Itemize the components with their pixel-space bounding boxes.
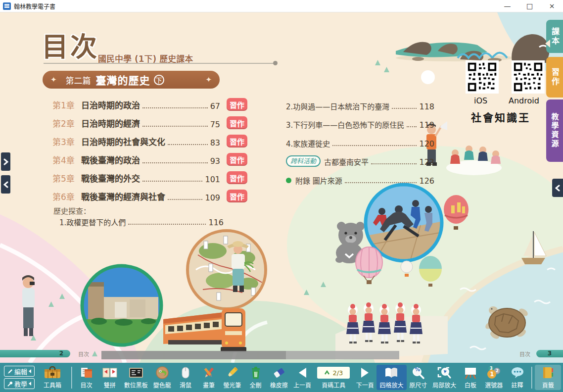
header-rule <box>44 63 274 64</box>
magnifier-percent-icon: % <box>412 366 424 380</box>
qr-code-ios <box>466 60 499 94</box>
toolbar-separator <box>71 367 72 389</box>
pen-icon <box>202 366 216 380</box>
left-panel-expand-button[interactable] <box>1 152 10 171</box>
delete-all-button[interactable]: 全刪 <box>244 365 267 390</box>
chevron-left-icon <box>29 382 31 386</box>
page-counter-box[interactable]: 2/3 <box>317 367 350 379</box>
qr-code-group <box>466 60 545 94</box>
page-scrollbar[interactable] <box>101 351 399 359</box>
caret-up-icon <box>324 370 330 375</box>
next-page-button[interactable]: 下一頁 <box>353 365 376 390</box>
prev-arrow-icon <box>297 366 308 380</box>
eraser-icon <box>272 366 286 380</box>
minimize-button[interactable]: — <box>496 0 518 12</box>
speech-bubble-icon <box>510 366 525 380</box>
app-window: 翰林教學電子書 — □ × <box>0 0 563 392</box>
eraser-button[interactable]: 橡皮擦 <box>267 365 290 390</box>
page-counter-value: 2/3 <box>332 369 343 377</box>
workbook-badge[interactable]: 習作 <box>227 153 247 166</box>
toc-item[interactable]: 4.家族遷徙史 120 <box>286 130 434 148</box>
bottom-toolbar: 編輯 教學 工具箱 目次 <box>0 363 563 392</box>
toc-chapter-3[interactable]: 第3章 日治時期的社會與文化 83 習作 <box>52 129 247 147</box>
tab-teaching-resources[interactable]: 教學資源 <box>546 99 563 162</box>
number-balls-icon: 3 2 1 <box>486 366 501 380</box>
page-title: 目次 <box>42 25 99 64</box>
toc-item[interactable]: 2.功與過——日本統治下的臺灣 118 <box>286 93 434 111</box>
toc-button[interactable]: 目次 <box>75 365 98 390</box>
workbook-badge[interactable]: 習作 <box>227 98 247 111</box>
mouse-button[interactable]: 滑鼠 <box>174 365 197 390</box>
qr-caption: 社會知識王 <box>471 109 530 124</box>
left-panel-collapse-button[interactable] <box>1 175 10 194</box>
digital-blackboard-button[interactable]: 數位黑板 <box>121 365 150 390</box>
right-panel-expand-button[interactable] <box>552 179 563 197</box>
whiteboard-button[interactable]: 白板 <box>459 365 482 390</box>
bullet-icon <box>286 178 291 183</box>
highlighter-icon <box>225 366 239 380</box>
app-logo-icon <box>3 2 11 10</box>
highlighter-button[interactable]: 螢光筆 <box>221 365 244 390</box>
toc-chapter-5[interactable]: 第5章 戰後臺灣的外交 101 習作 <box>52 166 247 184</box>
page-footer-label-right: 目次 <box>519 350 530 358</box>
dual-page-button[interactable]: 雙拼 <box>98 365 121 390</box>
toc-explore-item[interactable]: 1.政權更替下的人們 116 <box>59 214 224 227</box>
workbook-badge[interactable]: 習作 <box>227 116 247 129</box>
prev-page-button[interactable]: 上一頁 <box>290 365 314 390</box>
toolbox-icon <box>44 366 61 380</box>
toc-appendix[interactable]: 附錄 圖片來源 126 <box>286 167 434 186</box>
workbook-badge[interactable]: 習作 <box>227 135 247 147</box>
tabbed-folder-icon <box>541 366 555 380</box>
open-book-icon <box>384 366 399 380</box>
page-number-tool[interactable]: 2/3 頁碼工具 <box>314 365 353 390</box>
dual-page-icon <box>102 366 117 380</box>
diamond-icon: ✦ <box>205 75 212 84</box>
toc-chapter-2[interactable]: 第2章 日治時期的經濟 75 習作 <box>52 111 247 129</box>
chameleon-button[interactable]: 變色龍 <box>150 365 174 390</box>
mouse-icon <box>181 366 190 380</box>
workbook-badge[interactable]: 習作 <box>227 171 247 184</box>
edit-mode-button[interactable]: 編輯 <box>4 366 35 377</box>
percent-glyph: % <box>415 366 420 373</box>
whiteboard-icon <box>464 366 477 380</box>
toolbox-button[interactable]: 工具箱 <box>38 365 67 390</box>
toolbar-separator <box>531 367 532 389</box>
page-number-right: 3 <box>536 350 563 357</box>
pen-button[interactable]: 畫筆 <box>197 365 221 390</box>
toc-chapter-4[interactable]: 第4章 戰後臺灣的政治 93 習作 <box>52 147 247 166</box>
tab-textbook[interactable]: 課本 <box>546 20 563 53</box>
chameleon-icon <box>155 366 169 380</box>
toc-item[interactable]: 3.下行列車——白色恐怖下的原住民 119 <box>286 111 434 130</box>
window-title: 翰林教學電子書 <box>14 2 55 10</box>
diamond-icon: ✦ <box>50 75 57 84</box>
annotation-button[interactable]: 註釋 <box>506 365 529 390</box>
partial-zoom-button[interactable]: 局部放大 <box>430 365 459 390</box>
toc-right-column: 2.功與過——日本統治下的臺灣 118 3.下行列車——白色恐怖下的原住民 11… <box>286 93 434 186</box>
maximize-button[interactable]: □ <box>518 0 541 12</box>
original-size-button[interactable]: % 原尺寸 <box>407 365 430 390</box>
toc-icon <box>80 366 93 380</box>
toc-cross-activity[interactable]: 跨科活動 古都臺南安平 122 <box>286 148 434 167</box>
trash-icon <box>250 366 261 380</box>
region-magnifier-icon <box>437 366 451 380</box>
tab-workbook[interactable]: 習作 <box>546 57 563 98</box>
close-button[interactable]: × <box>541 0 563 12</box>
quad-zoom-button[interactable]: 四格放大 <box>376 365 406 390</box>
book-page-spread: 目次 國民中學 (1下) 歷史課本 ✦ 第二篇 臺灣的歷史 下 ✦ 第1章 日治… <box>0 12 563 363</box>
workbook-badge[interactable]: 習作 <box>227 190 247 202</box>
page-tab-button[interactable]: 頁籤 <box>535 365 561 390</box>
qr-label-ios: iOS <box>474 96 487 105</box>
qr-code-android <box>512 60 545 94</box>
toc-chapter-6[interactable]: 第6章 戰後臺灣的經濟與社會 109 習作 <box>52 184 247 202</box>
toc-chapter-1[interactable]: 第1章 日治時期的政治 67 習作 <box>52 93 247 111</box>
page-number-left: 2 <box>0 350 70 357</box>
cross-activity-badge: 跨科活動 <box>286 155 321 167</box>
number-picker-button[interactable]: 3 2 1 選號器 <box>482 365 506 390</box>
volume-badge: 下 <box>154 75 164 85</box>
teach-mode-button[interactable]: 教學 <box>4 378 35 389</box>
section-banner: ✦ 第二篇 臺灣的歷史 下 ✦ <box>43 71 220 89</box>
pencil-icon <box>7 369 13 374</box>
chevron-left-icon <box>29 369 31 373</box>
toc-left-column: 第1章 日治時期的政治 67 習作 第2章 日治時期的經濟 75 習作 第3章 … <box>52 93 247 202</box>
qr-label-android: Android <box>509 96 539 105</box>
